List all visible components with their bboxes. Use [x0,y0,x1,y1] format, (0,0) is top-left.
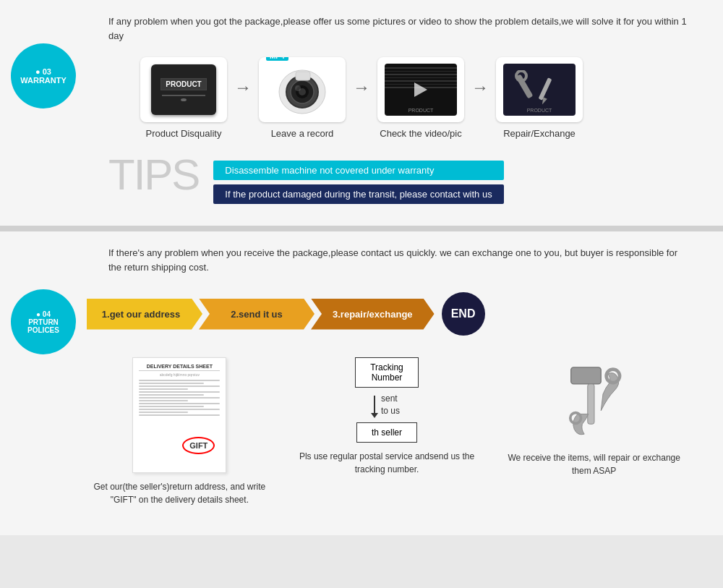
tracking-number-box: Tracking Number [355,357,419,388]
tools-visual [551,357,638,444]
camera-svg [275,63,330,117]
sheet-line [139,406,204,407]
return-badge: ● 04 PRTURN POLICES [11,289,76,354]
seller-box: th seller [356,422,417,443]
page-wrapper: If any problem when you got the package,… [0,0,723,535]
tips-section: TIPS Disassemble machine not covered und… [108,153,687,204]
tracking-card-desc: Pls use regular postal service andsend u… [294,450,480,476]
sheet-lines [139,380,220,416]
warranty-badge: ● 03 WARRANTY [11,43,76,108]
step-box-1: 1.get our address [87,299,202,330]
section-divider [0,226,723,231]
sheet-line [139,412,187,413]
sheet-subtitle: abcdefg hijklmno pqrstuv [139,372,220,377]
camera-icon-box: MP4 [259,57,346,122]
delivery-sheet-image: DELIVERY DETAILS SHEET abcdefg hijklmno … [132,357,226,473]
svg-rect-11 [570,367,601,384]
step-box-3: 3.repair/exchange [311,299,435,330]
sheet-line [139,388,187,390]
sheet-line [139,409,220,410]
warranty-section: If any problem when you got the package,… [0,0,723,226]
arrow-3: → [471,77,489,98]
tips-notices: Disassemble machine not covered under wa… [213,153,503,204]
sent-to-us-label: sent to us [381,393,400,417]
svg-rect-12 [587,384,594,424]
delivery-card: DELIVERY DETAILS SHEET abcdefg hijklmno … [87,357,273,506]
tracking-card: Tracking Number sent to us th seller Pls… [294,357,480,476]
sheet-line [139,403,220,404]
hammer-wrench-svg [551,354,638,448]
track-arrow [374,396,375,414]
step-item-1: 1.get our address [87,299,202,330]
flow-item-product: PRODUCT Product Disquality [140,57,227,139]
return-description: If there's any problem when you receive … [108,246,687,274]
sheet-line [139,380,220,381]
end-circle: END [442,292,485,336]
flow-label-product: Product Disquality [146,128,222,139]
tip-notice-2: If the product damaged during the transi… [213,184,503,204]
svg-rect-7 [515,74,533,98]
warranty-badge-num: ● 03 [20,67,67,76]
sheet-line [139,391,220,393]
repair-product-label: PRODUCT [527,108,552,113]
flow-label-repair: Repair/Exchange [503,128,576,139]
svg-point-6 [295,85,301,91]
step-item-2: 2.send it us [199,299,315,330]
sheet-line [139,394,204,396]
sheet-title: DELIVERY DETAILS SHEET [139,364,220,371]
flow-item-video: PRODUCT Check the video/pic [377,57,464,139]
repair-card-desc: We receive the items, will repair or exc… [501,451,687,477]
arrow-1: → [234,77,252,98]
tip-notice-1: Disassemble machine not covered under wa… [213,161,503,180]
step-box-2: 2.send it us [199,299,315,330]
gift-badge: GIFT [182,437,215,454]
warranty-badge-text: WARRANTY [20,76,67,85]
flow-item-repair: PRODUCT Repair/Exchange [496,57,583,139]
flow-item-camera: MP4 [259,57,346,139]
flow-label-video: Check the video/pic [380,128,461,139]
flow-label-camera: Leave a record [271,128,334,139]
mp4-badge: MP4 [266,57,288,61]
svg-rect-9 [539,77,552,101]
sheet-line [139,397,220,399]
tools-svg [514,70,565,110]
warranty-flow: PRODUCT Product Disquality → MP4 [0,57,723,139]
tips-title: TIPS [108,153,199,197]
return-section: If there's any problem when you receive … [0,231,723,535]
arrow-2: → [353,77,370,98]
video-icon-box: PRODUCT [377,57,464,122]
product-label: PRODUCT [161,78,206,90]
repair-icon-box: PRODUCT [496,57,583,122]
sheet-line [139,400,187,401]
repair-card: We receive the items, will repair or exc… [501,357,687,477]
tracking-diagram: Tracking Number sent to us th seller [355,357,419,443]
sheet-line [139,385,220,387]
product-icon-box: PRODUCT [140,57,227,122]
video-product-label: PRODUCT [408,108,434,113]
svg-rect-5 [296,72,310,80]
sheet-line [139,383,204,384]
delivery-card-desc: Get our(the seller's)return address, and… [87,480,273,506]
return-info-row: DELIVERY DETAILS SHEET abcdefg hijklmno … [87,357,687,506]
warranty-description: If any problem when you got the package,… [108,14,687,43]
step-item-3: 3.repair/exchange [311,299,435,330]
return-badge-text: PRTURN POLICES [27,318,59,334]
steps-flow: 1.get our address 2.send it us 3.repair/… [87,292,687,336]
sheet-line [139,414,220,416]
